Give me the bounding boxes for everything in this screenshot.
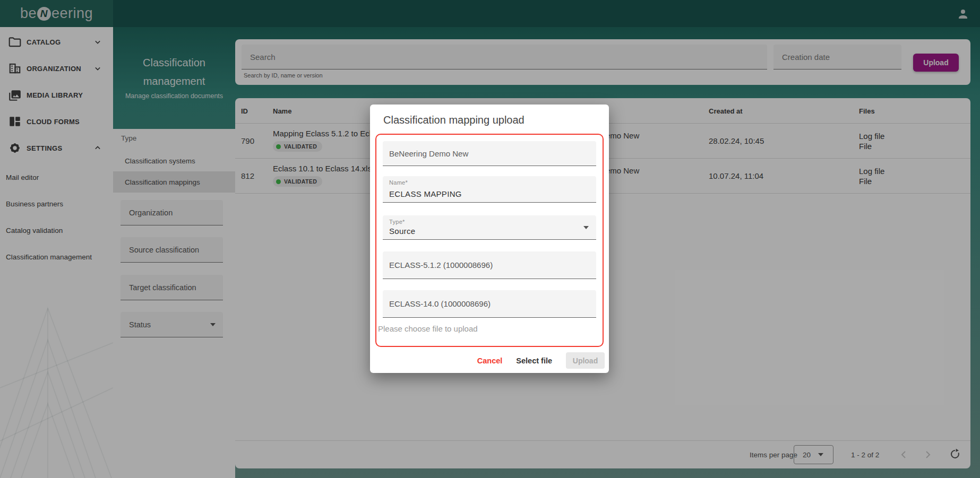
organization-field[interactable]: BeNeering Demo New xyxy=(383,141,596,166)
name-field-label: Name* xyxy=(389,179,408,186)
organization-field-value: BeNeering Demo New xyxy=(389,149,468,158)
target-classification-field[interactable]: ECLASS-14.0 (1000008696) xyxy=(383,290,596,318)
name-field-value: ECLASS MAPPING xyxy=(389,189,462,198)
type-select-label: Type* xyxy=(389,219,405,225)
select-file-button[interactable]: Select file xyxy=(516,357,552,365)
dialog-upload-button[interactable]: Upload xyxy=(566,352,605,369)
cancel-button[interactable]: Cancel xyxy=(477,357,503,365)
classification-mapping-upload-dialog: Classification mapping upload BeNeering … xyxy=(370,105,609,373)
dropdown-caret-icon xyxy=(583,226,589,229)
type-select-value: Source xyxy=(389,227,415,236)
required-fields-highlight: BeNeering Demo New Name* ECLASS MAPPING … xyxy=(375,134,604,347)
type-select[interactable]: Type* Source xyxy=(383,215,596,240)
source-classification-value: ECLASS-5.1.2 (1000008696) xyxy=(389,260,493,270)
file-upload-hint: Please choose file to upload xyxy=(378,324,478,333)
dialog-title: Classification mapping upload xyxy=(383,114,525,126)
name-field[interactable]: Name* ECLASS MAPPING xyxy=(383,176,596,203)
source-classification-field[interactable]: ECLASS-5.1.2 (1000008696) xyxy=(383,251,596,279)
target-classification-value: ECLASS-14.0 (1000008696) xyxy=(389,299,491,308)
app: beNeering CATALOG xyxy=(0,0,980,478)
dialog-actions: Cancel Select file Upload xyxy=(477,352,605,369)
